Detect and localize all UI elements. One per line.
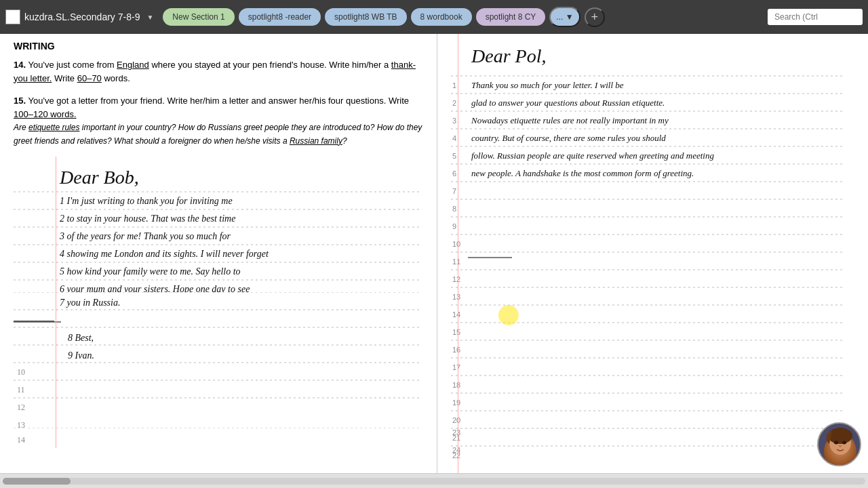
svg-text:11: 11 xyxy=(452,258,460,266)
svg-text:6   your  mum  and  your  sist: 6 your mum and your sisters. Hope one da… xyxy=(60,284,250,292)
svg-text:10: 10 xyxy=(452,240,460,248)
svg-text:4: 4 xyxy=(452,134,456,142)
svg-text:13: 13 xyxy=(17,420,25,428)
svg-text:9: 9 xyxy=(452,222,456,230)
app-icon xyxy=(5,9,20,24)
svg-text:2    to   stay   in   your  ho: 2 to stay in your house. That was the be… xyxy=(60,214,235,224)
svg-text:3    of   the  years  for  me!: 3 of the years for me! Thank you so much… xyxy=(59,231,231,241)
svg-text:14: 14 xyxy=(17,435,25,445)
search-input[interactable] xyxy=(768,9,863,25)
svg-text:11: 11 xyxy=(17,385,25,394)
right-panel: 1 2 3 4 5 6 7 8 9 10 11 12 13 14 15 16 1… xyxy=(437,34,868,473)
svg-text:9   Ivan.: 9 Ivan. xyxy=(68,350,94,361)
svg-point-86 xyxy=(834,441,838,445)
svg-text:4   showing  me   London  and : 4 showing me London and its sights. I wi… xyxy=(60,249,269,259)
svg-text:8: 8 xyxy=(452,205,456,213)
handwriting-area-left: Dear Bob, 1 I'm just writing to thank yo… xyxy=(14,157,423,448)
tab-spotlight8wb[interactable]: spotlight8 WB TB xyxy=(325,8,406,26)
top-bar: kuzdra.SL.Secondary 7-8-9 ▼ New Section … xyxy=(0,0,868,34)
svg-text:5: 5 xyxy=(452,152,456,160)
left-panel: WRITING 14. You've just come from Englan… xyxy=(0,34,437,473)
tab-spotlight8r[interactable]: spotlight8 -reader xyxy=(239,8,321,26)
svg-text:15: 15 xyxy=(452,328,460,336)
svg-text:6: 6 xyxy=(452,169,456,178)
svg-text:16: 16 xyxy=(452,346,460,354)
svg-text:18: 18 xyxy=(452,381,460,389)
avatar xyxy=(817,422,861,466)
q14-text: You've just come from England where you … xyxy=(14,60,416,83)
scroll-thumb[interactable] xyxy=(3,478,71,485)
q15-num: 15. xyxy=(14,96,26,106)
svg-text:2: 2 xyxy=(452,99,456,107)
svg-text:17: 17 xyxy=(452,363,460,371)
svg-text:Dear Bob,: Dear Bob, xyxy=(59,167,139,188)
tab-8wordbook[interactable]: 8 wordbook xyxy=(411,8,472,26)
svg-text:10: 10 xyxy=(17,367,25,377)
writing-header: WRITING xyxy=(14,41,423,52)
svg-text:follow.  Russian  people  are : follow. Russian people are quite reserve… xyxy=(471,150,714,161)
svg-text:glad  to   answer  your  quest: glad to answer your questions about Russ… xyxy=(471,98,665,108)
scrollbar[interactable] xyxy=(0,473,868,488)
tab-new-section[interactable]: New Section 1 xyxy=(163,8,234,26)
svg-text:12: 12 xyxy=(17,403,25,412)
svg-text:country.  But  of  course,  th: country. But of course, there are some r… xyxy=(471,133,666,143)
q14-num: 14. xyxy=(14,60,26,70)
svg-text:13: 13 xyxy=(452,293,460,301)
doc-title: kuzdra.SL.Secondary 7-8-9 xyxy=(24,12,140,22)
svg-text:8   Best,: 8 Best, xyxy=(68,333,94,343)
svg-text:14: 14 xyxy=(452,310,460,319)
tab-spotlight8cy[interactable]: spotlight 8 CY xyxy=(476,8,546,26)
svg-text:7: 7 xyxy=(452,187,456,195)
svg-point-87 xyxy=(842,441,846,445)
svg-text:1: 1 xyxy=(452,81,456,89)
svg-text:new  people.  A  handshake  is: new people. A handshake is the most comm… xyxy=(471,168,694,178)
scroll-track[interactable] xyxy=(3,478,865,485)
svg-text:12: 12 xyxy=(452,275,460,283)
svg-text:1    I'm  just  writing  to   : 1 I'm just writing to thank you for invi… xyxy=(60,196,233,206)
svg-text:Dear Pol,: Dear Pol, xyxy=(471,45,546,66)
svg-text:7   you  in  Russia.: 7 you in Russia. xyxy=(60,298,120,308)
tab-add[interactable]: + xyxy=(585,7,606,27)
question-15: 15. You've got a letter from your friend… xyxy=(14,94,423,147)
svg-text:20: 20 xyxy=(452,416,460,424)
svg-text:3: 3 xyxy=(452,117,456,125)
dropdown-arrow[interactable]: ▼ xyxy=(146,14,153,21)
main-content: WRITING 14. You've just come from Englan… xyxy=(0,34,868,473)
tab-more[interactable]: ... ▼ xyxy=(549,7,580,27)
q15-text: You've got a letter from your friend. Wr… xyxy=(14,96,409,119)
svg-text:19: 19 xyxy=(452,399,460,407)
svg-text:5   how  kind  your  family  w: 5 how kind your family were to me. Say h… xyxy=(60,266,241,277)
yellow-highlight xyxy=(498,305,519,325)
q15-subtext: Are etiquette rules important in your co… xyxy=(14,123,422,146)
svg-text:Thank  you  so  much  for  you: Thank you so much for your letter. I wil… xyxy=(471,80,624,90)
svg-text:Nowadays  etiquette  rules  ar: Nowadays etiquette rules are not really … xyxy=(471,115,669,125)
question-14: 14. You've just come from England where … xyxy=(14,58,423,85)
